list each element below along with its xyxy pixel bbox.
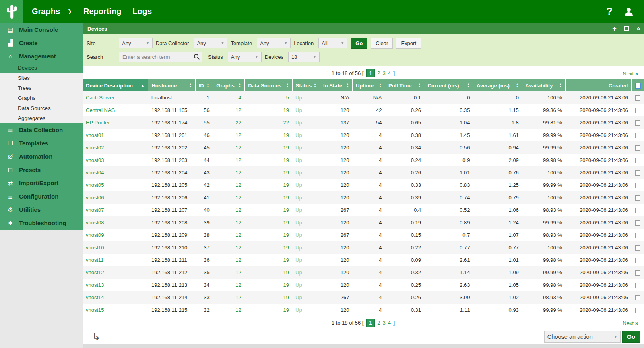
column-header-id[interactable]: ID▲▼ (195, 79, 213, 91)
row-checkbox[interactable] (635, 233, 640, 238)
filter-go-button[interactable]: Go (351, 38, 367, 49)
help-icon[interactable]: ? (606, 5, 613, 18)
device-description-link[interactable]: Cacti Server (83, 91, 148, 104)
row-checkbox[interactable] (635, 208, 640, 213)
column-header-device-description[interactable]: Device Description▲ (83, 79, 148, 91)
row-checkbox[interactable] (635, 308, 640, 313)
row-checkbox[interactable] (635, 133, 640, 138)
device-description-link[interactable]: vhost08 (83, 216, 148, 229)
column-header-availability[interactable]: Availability▲▼ (522, 79, 566, 91)
column-header-graphs[interactable]: Graphs▲▼ (213, 79, 245, 91)
cell-average-ms-: 1.24 (473, 216, 522, 229)
row-checkbox[interactable] (635, 158, 640, 163)
sidebar-item-trees[interactable]: Trees (0, 83, 83, 93)
next-page-link[interactable]: Next » (623, 319, 644, 326)
device-description-link[interactable]: vhost02 (83, 141, 148, 154)
sidebar-item-automation[interactable]: ØAutomation (0, 150, 83, 163)
device-description-link[interactable]: vhost10 (83, 241, 148, 254)
collapse-panel-icon[interactable]: » (634, 27, 641, 30)
page-link-1[interactable]: 1 (366, 69, 375, 77)
row-checkbox[interactable] (635, 195, 640, 201)
row-checkbox[interactable] (635, 120, 640, 126)
template-select[interactable]: Any ▼ (257, 38, 291, 48)
device-description-link[interactable]: vhost04 (83, 166, 148, 179)
tab-graphs[interactable]: Graphs ❯ (26, 7, 78, 16)
column-header-current-ms-[interactable]: Current (ms)▲▼ (424, 79, 473, 91)
sidebar-item-main-console[interactable]: ▤Main Console (0, 23, 83, 36)
column-header-poll-time[interactable]: Poll Time▲▼ (385, 79, 424, 91)
page-link-4[interactable]: 4 (388, 320, 391, 326)
device-description-link[interactable]: vhost11 (83, 254, 148, 266)
sidebar-item-templates[interactable]: ❐Templates (0, 137, 83, 150)
column-header-hostname[interactable]: Hostname▲▼ (148, 79, 195, 91)
sidebar-item-troubleshooting[interactable]: ✱Troubleshooting (0, 216, 83, 230)
column-header-uptime[interactable]: Uptime▲▼ (352, 79, 385, 91)
row-checkbox[interactable] (635, 145, 640, 151)
status-select[interactable]: Any ▼ (228, 52, 262, 62)
fullscreen-icon[interactable] (624, 26, 629, 31)
export-button[interactable]: Export (396, 38, 421, 49)
device-description-link[interactable]: vhost03 (83, 154, 148, 166)
device-description-link[interactable]: vhost09 (83, 229, 148, 241)
device-description-link[interactable]: vhost15 (83, 304, 148, 316)
tab-reporting[interactable]: Reporting (78, 7, 127, 16)
action-go-button[interactable]: Go (622, 331, 640, 343)
devices-per-page-select[interactable]: 18 ▼ (288, 52, 320, 62)
sidebar-item-graphs[interactable]: Graphs (0, 93, 83, 103)
device-description-link[interactable]: vhost01 (83, 129, 148, 141)
chevron-down-icon[interactable]: ❯ (68, 8, 72, 14)
sidebar-item-configuration[interactable]: ≣Configuration (0, 190, 83, 203)
sidebar-item-data-sources[interactable]: Data Sources (0, 103, 83, 113)
row-checkbox[interactable] (635, 95, 640, 101)
column-header-average-ms-[interactable]: Average (ms)▲▼ (473, 79, 522, 91)
sidebar-item-sites[interactable]: Sites (0, 73, 83, 83)
cell-current-ms-: 0.7 (424, 229, 473, 241)
clear-button[interactable]: Clear (371, 38, 393, 49)
page-link-3[interactable]: 3 (382, 70, 385, 76)
location-select[interactable]: All ▼ (318, 38, 347, 48)
data-collector-select[interactable]: Any ▼ (194, 38, 227, 48)
sidebar-item-management[interactable]: ⌂Management (0, 50, 83, 63)
device-description-link[interactable]: Central NAS (83, 104, 148, 116)
sidebar-item-aggregates[interactable]: Aggregates (0, 113, 83, 123)
sidebar-item-devices[interactable]: Devices (0, 63, 83, 73)
choose-action-select[interactable]: Choose an action ▼ (544, 331, 621, 343)
device-description-link[interactable]: vhost06 (83, 191, 148, 204)
tab-logs[interactable]: Logs (127, 7, 157, 16)
sidebar-item-import-export[interactable]: ⇄Import/Export (0, 176, 83, 190)
page-link-2[interactable]: 2 (377, 70, 380, 76)
row-checkbox[interactable] (635, 108, 640, 113)
add-device-icon[interactable]: + (612, 25, 617, 32)
sidebar-item-presets[interactable]: ⊟Presets (0, 163, 83, 176)
sidebar-item-create[interactable]: ▟Create (0, 36, 83, 50)
row-checkbox[interactable] (635, 183, 640, 188)
select-all-checkbox[interactable] (635, 83, 641, 89)
row-checkbox[interactable] (635, 295, 640, 300)
column-header-in-state[interactable]: In State▲▼ (320, 79, 353, 91)
site-select[interactable]: Any ▼ (119, 38, 153, 48)
row-checkbox[interactable] (635, 270, 640, 276)
row-checkbox[interactable] (635, 170, 640, 176)
cacti-logo[interactable] (0, 0, 23, 23)
page-link-2[interactable]: 2 (377, 320, 380, 326)
device-description-link[interactable]: vhost13 (83, 279, 148, 291)
page-link-4[interactable]: 4 (388, 70, 391, 76)
sidebar-item-utilities[interactable]: ⚙Utilities (0, 203, 83, 216)
row-checkbox[interactable] (635, 245, 640, 251)
row-checkbox[interactable] (635, 283, 640, 288)
column-header-data-sources[interactable]: Data Sources▲▼ (245, 79, 292, 91)
next-page-link[interactable]: Next » (623, 70, 644, 77)
user-icon[interactable] (623, 6, 634, 17)
row-checkbox[interactable] (635, 220, 640, 226)
device-description-link[interactable]: vhost14 (83, 291, 148, 304)
device-description-link[interactable]: HP Printer (83, 116, 148, 129)
sidebar-item-data-collection[interactable]: ☰Data Collection (0, 123, 83, 137)
device-description-link[interactable]: vhost12 (83, 266, 148, 279)
row-checkbox[interactable] (635, 258, 640, 263)
search-input[interactable] (119, 52, 202, 62)
device-description-link[interactable]: vhost07 (83, 204, 148, 216)
page-link-1[interactable]: 1 (366, 319, 375, 327)
device-description-link[interactable]: vhost05 (83, 179, 148, 191)
column-header-status[interactable]: Status▲▼ (292, 79, 320, 91)
page-link-3[interactable]: 3 (382, 320, 385, 326)
